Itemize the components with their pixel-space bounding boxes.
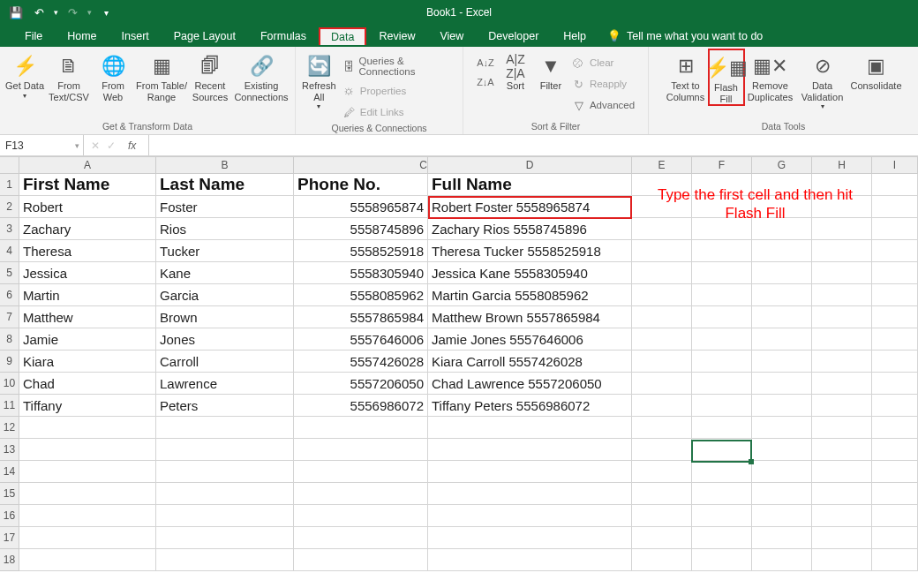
cell-C1[interactable]: Phone No.	[294, 174, 428, 196]
cell-F10[interactable]	[692, 373, 752, 395]
cell-I2[interactable]	[872, 196, 918, 218]
row-header-2[interactable]: 2	[0, 196, 19, 218]
cell-F18[interactable]	[692, 549, 752, 571]
tab-data[interactable]: Data	[319, 27, 366, 45]
existing-connections-button[interactable]: 🔗Existing Connections	[231, 50, 291, 102]
cell-I15[interactable]	[872, 483, 918, 505]
cell-G4[interactable]	[752, 240, 812, 262]
cell-B10[interactable]: Lawrence	[156, 373, 294, 395]
cell-B9[interactable]: Carroll	[156, 351, 294, 373]
customize-qat-button[interactable]: ▾	[95, 3, 117, 22]
cell-E7[interactable]	[632, 306, 692, 328]
cell-C12[interactable]	[294, 417, 428, 439]
cell-E18[interactable]	[632, 549, 692, 571]
cell-A14[interactable]	[19, 461, 156, 483]
edit-links-button[interactable]: 🖉Edit Links	[339, 103, 459, 121]
cell-I8[interactable]	[872, 328, 918, 351]
cell-E14[interactable]	[632, 461, 692, 483]
text-to-columns-button[interactable]: ⊞Text to Columns	[664, 50, 708, 102]
enter-icon[interactable]: ✓	[107, 139, 116, 152]
cell-G5[interactable]	[752, 262, 812, 284]
row-header-6[interactable]: 6	[0, 284, 19, 306]
cell-C18[interactable]	[294, 549, 428, 571]
cell-H9[interactable]	[812, 351, 872, 373]
cell-F4[interactable]	[692, 240, 752, 262]
cell-H16[interactable]	[812, 505, 872, 527]
select-all-corner[interactable]	[0, 157, 19, 173]
row-header-4[interactable]: 4	[0, 240, 19, 262]
cell-A11[interactable]: Tiffany	[19, 395, 156, 417]
cell-B7[interactable]: Brown	[156, 306, 294, 328]
cell-F5[interactable]	[692, 262, 752, 284]
cell-D9[interactable]: Kiara Carroll 5557426028	[428, 351, 632, 373]
cell-B12[interactable]	[156, 417, 294, 439]
col-header-H[interactable]: H	[812, 157, 872, 173]
cell-I13[interactable]	[872, 439, 918, 461]
cell-D16[interactable]	[428, 505, 632, 527]
cell-D8[interactable]: Jamie Jones 5557646006	[428, 328, 632, 351]
queries-connections-button[interactable]: 🗄Queries & Connections	[339, 54, 459, 79]
cell-E5[interactable]	[632, 262, 692, 284]
cell-I14[interactable]	[872, 461, 918, 483]
cell-G14[interactable]	[752, 461, 812, 483]
row-header-1[interactable]: 1	[0, 174, 19, 196]
cell-D6[interactable]: Martin Garcia 5558085962	[428, 284, 632, 306]
cell-E12[interactable]	[632, 417, 692, 439]
cell-H14[interactable]	[812, 461, 872, 483]
cell-D4[interactable]: Theresa Tucker 5558525918	[428, 240, 632, 262]
cell-B15[interactable]	[156, 483, 294, 505]
cell-I5[interactable]	[872, 262, 918, 284]
tab-view[interactable]: View	[427, 26, 476, 46]
cell-F9[interactable]	[692, 351, 752, 373]
cell-H7[interactable]	[812, 306, 872, 328]
tab-help[interactable]: Help	[551, 26, 598, 46]
cell-A2[interactable]: Robert	[19, 196, 156, 218]
cell-H5[interactable]	[812, 262, 872, 284]
cell-A8[interactable]: Jamie	[19, 328, 156, 351]
from-web-button[interactable]: 🌐From Web	[92, 50, 134, 102]
col-header-A[interactable]: A	[19, 157, 156, 173]
row-header-15[interactable]: 15	[0, 483, 19, 505]
cell-G9[interactable]	[752, 351, 812, 373]
cell-C16[interactable]	[294, 505, 428, 527]
cell-C8[interactable]: 5557646006	[294, 328, 428, 351]
row-header-7[interactable]: 7	[0, 306, 19, 328]
row-header-17[interactable]: 17	[0, 527, 19, 549]
cell-A16[interactable]	[19, 505, 156, 527]
cell-B4[interactable]: Tucker	[156, 240, 294, 262]
tab-file[interactable]: File	[12, 26, 55, 46]
cell-D2[interactable]: Robert Foster 5558965874	[428, 196, 632, 218]
col-header-I[interactable]: I	[872, 157, 918, 173]
tab-page-layout[interactable]: Page Layout	[162, 26, 248, 46]
cell-D1[interactable]: Full Name	[428, 174, 632, 196]
cell-A1[interactable]: First Name	[19, 174, 156, 196]
sort-asc-button[interactable]: A↓Z	[475, 54, 496, 72]
cell-F14[interactable]	[692, 461, 752, 483]
cell-G7[interactable]	[752, 306, 812, 328]
cell-I17[interactable]	[872, 527, 918, 549]
cell-I4[interactable]	[872, 240, 918, 262]
col-header-B[interactable]: B	[156, 157, 294, 173]
cell-H10[interactable]	[812, 373, 872, 395]
cell-G15[interactable]	[752, 483, 812, 505]
cell-D3[interactable]: Zachary Rios 5558745896	[428, 218, 632, 240]
cell-C6[interactable]: 5558085962	[294, 284, 428, 306]
cell-B11[interactable]: Peters	[156, 395, 294, 417]
row-header-9[interactable]: 9	[0, 351, 19, 373]
row-header-18[interactable]: 18	[0, 549, 19, 571]
tab-formulas[interactable]: Formulas	[248, 26, 319, 46]
get-data-button[interactable]: ⚡Get Data▾	[4, 50, 46, 100]
cell-C3[interactable]: 5558745896	[294, 218, 428, 240]
cell-D17[interactable]	[428, 527, 632, 549]
cell-G8[interactable]	[752, 328, 812, 351]
cell-C9[interactable]: 5557426028	[294, 351, 428, 373]
cell-A7[interactable]: Matthew	[19, 306, 156, 328]
cell-E11[interactable]	[632, 395, 692, 417]
cell-G11[interactable]	[752, 395, 812, 417]
cell-A17[interactable]	[19, 527, 156, 549]
row-header-5[interactable]: 5	[0, 262, 19, 284]
consolidate-button[interactable]: ▣Consolidate	[849, 50, 904, 92]
fx-icon[interactable]: fx	[123, 139, 136, 152]
cell-D5[interactable]: Jessica Kane 5558305940	[428, 262, 632, 284]
cell-B14[interactable]	[156, 461, 294, 483]
